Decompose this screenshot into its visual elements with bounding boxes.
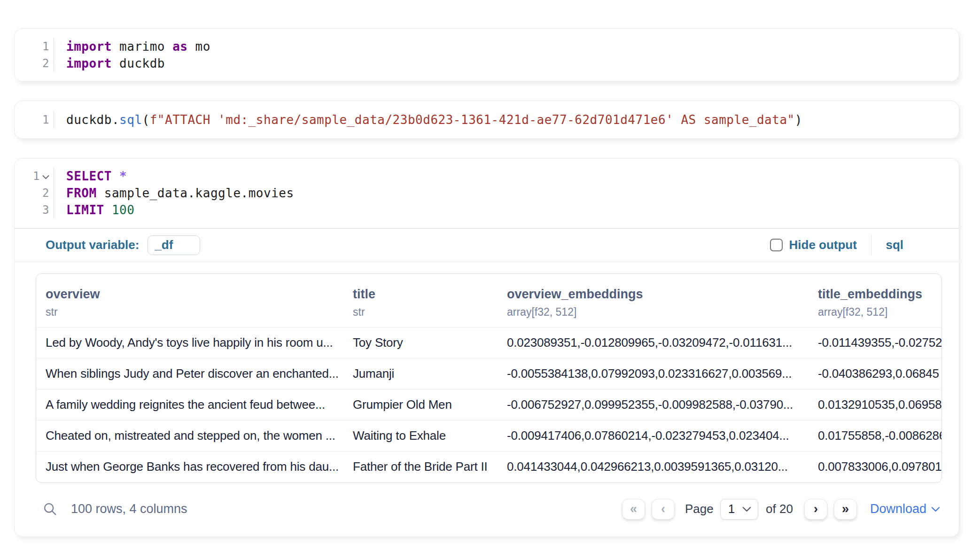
table-cell: -0.0055384138,0.07992093,0.023316627,0.0… <box>500 358 811 389</box>
table-cell: When siblings Judy and Peter discover an… <box>36 358 346 389</box>
code-line[interactable]: 1import marimo as mo <box>15 38 959 55</box>
first-page-button[interactable]: « <box>622 499 645 520</box>
code-editor[interactable]: 1import marimo as mo2import duckdb <box>15 29 959 81</box>
hide-output-label: Hide output <box>789 238 857 252</box>
table-row[interactable]: Just when George Banks has recovered fro… <box>36 451 941 482</box>
code-content: import marimo as mo <box>54 38 210 55</box>
code-content: duckdb.sql(f"ATTACH 'md:_share/sample_da… <box>54 111 802 128</box>
code-content: FROM sample_data.kaggle.movies <box>54 185 294 202</box>
download-button[interactable]: Download <box>870 502 940 516</box>
code-content: SELECT * <box>54 168 127 185</box>
table-cell: Grumpier Old Men <box>346 389 500 420</box>
result-table-container: overviewstrtitlestroverview_embeddingsar… <box>36 273 942 483</box>
code-line[interactable]: 3LIMIT 100 <box>15 202 959 218</box>
table-row[interactable]: When siblings Judy and Peter discover an… <box>36 358 941 389</box>
table-cell: Just when George Banks has recovered fro… <box>36 451 346 482</box>
line-number: 1 <box>15 111 54 128</box>
table-cell: Father of the Bride Part II <box>346 451 500 482</box>
page-select[interactable]: 1 <box>720 499 758 520</box>
query-output: overviewstrtitlestroverview_embeddingsar… <box>15 262 959 537</box>
code-token <box>112 169 119 183</box>
column-header[interactable]: overview_embeddingsarray[f32, 512] <box>500 274 811 327</box>
column-name: overview_embeddings <box>507 287 809 302</box>
table-row[interactable]: A family wedding reignites the ancient f… <box>36 389 941 420</box>
output-variable-input[interactable] <box>148 235 200 255</box>
code-token: SELECT <box>66 169 112 183</box>
table-cell: Waiting to Exhale <box>346 420 500 451</box>
code-cell-attach: 1duckdb.sql(f"ATTACH 'md:_share/sample_d… <box>14 101 959 139</box>
table-summary: 100 rows, 4 columns <box>71 502 187 516</box>
table-row[interactable]: Led by Woody, Andy's toys live happily i… <box>36 327 941 358</box>
code-token: import <box>66 39 112 54</box>
code-token: 100 <box>112 203 134 217</box>
code-token: f"ATTACH 'md:_share/sample_data/23b0d623… <box>150 113 795 127</box>
sql-editor[interactable]: 1SELECT *2FROM sample_data.kaggle.movies… <box>15 158 959 228</box>
table-cell: 0.023089351,-0.012809965,-0.03209472,-0.… <box>500 327 811 358</box>
code-token: import <box>66 56 112 70</box>
next-page-button[interactable]: › <box>804 499 827 520</box>
table-row[interactable]: Cheated on, mistreated and stepped on, t… <box>36 420 941 451</box>
chevron-down-icon <box>742 506 751 512</box>
hide-output-checkbox[interactable] <box>770 239 783 251</box>
search-icon[interactable] <box>42 501 58 517</box>
code-token: marimo <box>112 39 172 54</box>
table-cell: Toy Story <box>346 327 500 358</box>
code-token: sql <box>119 113 142 127</box>
table-cell: -0.009417406,0.07860214,-0.023279453,0.0… <box>500 420 811 451</box>
code-token: duckdb <box>112 56 165 70</box>
column-name: overview <box>46 287 343 302</box>
code-token: FROM <box>66 186 97 200</box>
code-cell-imports: 1import marimo as mo2import duckdb <box>14 28 959 82</box>
result-table: overviewstrtitlestroverview_embeddingsar… <box>36 274 941 482</box>
code-line[interactable]: 1duckdb.sql(f"ATTACH 'md:_share/sample_d… <box>15 111 959 128</box>
sql-meta-row: Output variable: Hide output sql <box>15 229 959 262</box>
column-name: title_embeddings <box>818 287 939 302</box>
table-footer: 100 rows, 4 columns « ‹ Page 1 of 20 › »… <box>36 491 942 527</box>
table-cell: Jumanji <box>346 358 500 389</box>
page-total-label: of 20 <box>766 502 793 516</box>
code-token: * <box>119 169 127 183</box>
code-token: ) <box>795 113 802 127</box>
code-line[interactable]: 1SELECT * <box>15 168 959 185</box>
table-cell: Led by Woody, Andy's toys live happily i… <box>36 327 346 358</box>
code-token: sample_data.kaggle.movies <box>97 186 294 200</box>
table-cell: Cheated on, mistreated and stepped on, t… <box>36 420 346 451</box>
line-number: 2 <box>15 185 54 202</box>
code-line[interactable]: 2FROM sample_data.kaggle.movies <box>15 185 959 202</box>
chevron-down-icon <box>931 506 940 512</box>
code-token: ( <box>142 113 150 127</box>
code-token <box>104 203 112 217</box>
table-cell: -0.040386293,0.06845 <box>811 358 941 389</box>
last-page-button[interactable]: » <box>834 499 857 520</box>
prev-page-button[interactable]: ‹ <box>652 499 675 520</box>
table-cell: -0.011439355,-0.02752 <box>811 327 941 358</box>
table-cell: A family wedding reignites the ancient f… <box>36 389 346 420</box>
code-editor[interactable]: 1duckdb.sql(f"ATTACH 'md:_share/sample_d… <box>15 101 959 139</box>
fold-chevron-icon[interactable] <box>42 175 49 179</box>
column-header[interactable]: overviewstr <box>36 274 346 327</box>
code-token: mo <box>187 39 210 54</box>
output-variable-label: Output variable: <box>46 238 139 252</box>
table-cell: 0.01755858,-0.0086286 <box>811 420 941 451</box>
page-label: Page <box>685 502 714 516</box>
column-name: title <box>353 287 498 302</box>
line-number: 1 <box>15 168 54 185</box>
column-type: str <box>46 306 343 319</box>
table-cell: 0.0132910535,0.06958 <box>811 389 941 420</box>
code-token: as <box>172 39 187 54</box>
download-label: Download <box>870 502 926 516</box>
column-type: array[f32, 512] <box>507 306 809 319</box>
line-number: 3 <box>15 202 54 218</box>
notebook: 1import marimo as mo2import duckdb 1duck… <box>0 0 980 537</box>
line-number: 2 <box>15 55 54 72</box>
language-badge[interactable]: sql <box>886 238 903 252</box>
code-content: LIMIT 100 <box>54 202 134 218</box>
code-token: duckdb. <box>66 113 119 127</box>
column-header[interactable]: title_embeddingsarray[f32, 512] <box>811 274 941 327</box>
code-token: LIMIT <box>66 203 104 217</box>
column-type: array[f32, 512] <box>818 306 939 319</box>
column-header[interactable]: titlestr <box>346 274 500 327</box>
code-line[interactable]: 2import duckdb <box>15 55 959 72</box>
table-cell: 0.041433044,0.042966213,0.0039591365,0.0… <box>500 451 811 482</box>
table-cell: -0.006752927,0.099952355,-0.009982588,-0… <box>500 389 811 420</box>
